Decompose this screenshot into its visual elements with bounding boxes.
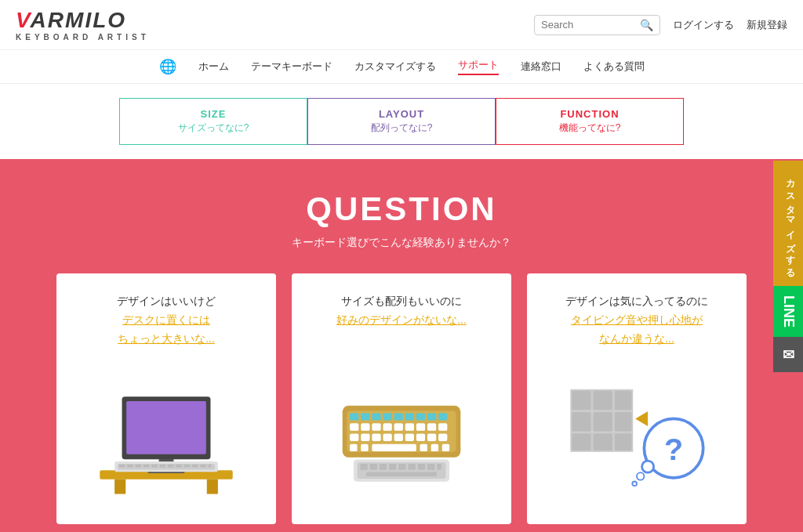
svg-marker-78 xyxy=(635,411,648,426)
svg-rect-37 xyxy=(405,423,414,430)
svg-rect-36 xyxy=(394,423,403,430)
svg-rect-54 xyxy=(431,444,438,451)
svg-rect-48 xyxy=(427,433,436,440)
svg-rect-17 xyxy=(184,465,191,468)
svg-rect-64 xyxy=(418,464,425,470)
filter-tab-function[interactable]: FUNCTION 機能ってなに? xyxy=(496,98,684,145)
svg-rect-70 xyxy=(593,390,612,409)
svg-rect-13 xyxy=(151,465,158,468)
svg-rect-47 xyxy=(416,433,425,440)
svg-rect-10 xyxy=(127,465,133,468)
globe-icon[interactable]: 🌐 xyxy=(159,58,176,75)
svg-point-82 xyxy=(637,472,644,480)
svg-rect-60 xyxy=(380,464,387,470)
nav-item-support[interactable]: サポート xyxy=(458,58,499,75)
svg-rect-2 xyxy=(207,479,218,494)
nav-item-theme[interactable]: テーマキーボード xyxy=(251,60,332,74)
svg-rect-63 xyxy=(408,464,415,470)
svg-rect-40 xyxy=(438,423,447,430)
customize-sidebar-btn[interactable]: カスタマイズする xyxy=(773,160,803,285)
svg-rect-29 xyxy=(416,413,425,420)
svg-rect-38 xyxy=(416,423,425,430)
svg-rect-18 xyxy=(192,465,198,468)
svg-rect-9 xyxy=(119,465,125,468)
logo-brand: VARMILO xyxy=(16,8,150,33)
search-icon: 🔍 xyxy=(640,19,653,31)
question-subtitle: キーボード選びでこんな経験ありませんか？ xyxy=(16,236,787,250)
card-size[interactable]: デザインはいいけど デスクに置くには ちょっと大きいな... xyxy=(56,273,276,524)
layout-tab-title: LAYOUT xyxy=(316,108,487,120)
svg-rect-50 xyxy=(350,444,357,451)
question-section: QUESTION キーボード選びでこんな経験ありませんか？ デザインはいいけど … xyxy=(0,159,803,532)
svg-rect-71 xyxy=(615,390,632,409)
card-design[interactable]: サイズも配列もいいのに 好みのデザインがないな... xyxy=(292,273,511,524)
svg-rect-23 xyxy=(350,413,358,420)
svg-rect-20 xyxy=(209,465,212,468)
card-feel[interactable]: デザインは気に入ってるのに タイピング音や押し心地が なんか違うな... xyxy=(527,273,747,524)
svg-rect-31 xyxy=(438,413,447,420)
svg-rect-49 xyxy=(438,433,447,440)
svg-point-81 xyxy=(642,461,654,472)
cards-row: デザインはいいけど デスクに置くには ちょっと大きいな... xyxy=(16,273,787,524)
svg-rect-45 xyxy=(394,433,403,440)
nav-item-home[interactable]: ホーム xyxy=(198,60,229,74)
svg-rect-1 xyxy=(114,479,125,494)
svg-rect-51 xyxy=(361,444,368,451)
function-tab-sub: 機能ってなに? xyxy=(504,121,675,135)
svg-rect-74 xyxy=(615,412,632,431)
svg-rect-28 xyxy=(405,413,414,420)
logo: VARMILO KEYBOARD ARTIST xyxy=(16,8,150,42)
svg-rect-76 xyxy=(593,433,612,451)
svg-rect-52 xyxy=(372,444,416,451)
card3-text: デザインは気に入ってるのに タイピング音や押し心地が なんか違うな... xyxy=(565,292,708,348)
svg-rect-32 xyxy=(350,423,358,430)
svg-rect-35 xyxy=(383,423,391,430)
svg-rect-65 xyxy=(427,464,434,470)
card2-text: サイズも配列もいいのに 好みのデザインがないな... xyxy=(336,292,467,330)
logo-tagline: KEYBOARD ARTIST xyxy=(16,33,150,42)
svg-rect-69 xyxy=(572,390,590,409)
card1-highlight2: ちょっと大きいな... xyxy=(118,332,215,345)
card2-image xyxy=(307,347,496,508)
search-input[interactable] xyxy=(541,19,635,31)
card2-highlight: 好みのデザインがないな... xyxy=(336,313,467,326)
card3-highlight1: タイピング音や押し心地が xyxy=(571,313,703,326)
register-link[interactable]: 新規登録 xyxy=(747,18,787,32)
svg-rect-77 xyxy=(615,433,632,451)
line-sidebar-btn[interactable]: LINE xyxy=(773,285,803,336)
svg-rect-26 xyxy=(383,413,391,420)
filter-tab-size[interactable]: SIZE サイズってなに? xyxy=(119,98,307,145)
card1-image xyxy=(72,365,260,508)
filter-tab-layout[interactable]: LAYOUT 配列ってなに? xyxy=(307,98,496,145)
svg-rect-12 xyxy=(144,465,150,468)
nav-item-contact[interactable]: 連絡窓口 xyxy=(521,60,561,74)
svg-rect-72 xyxy=(572,412,590,431)
layout-tab-sub: 配列ってなに? xyxy=(316,121,487,135)
svg-rect-53 xyxy=(420,444,427,451)
svg-rect-33 xyxy=(361,423,369,430)
mail-sidebar-btn[interactable]: ✉ xyxy=(773,337,803,372)
search-box[interactable]: 🔍 xyxy=(534,15,660,35)
card3-image: ? xyxy=(543,365,731,508)
main-nav: 🌐 ホーム テーマキーボード カスタマイズする サポート 連絡窓口 よくある質問 xyxy=(0,50,803,84)
svg-rect-46 xyxy=(405,433,414,440)
svg-rect-25 xyxy=(372,413,380,420)
header-right: 🔍 ログインする 新規登録 xyxy=(534,15,787,35)
svg-rect-55 xyxy=(442,444,449,451)
svg-rect-58 xyxy=(360,464,367,470)
svg-text:?: ? xyxy=(664,432,683,466)
svg-rect-34 xyxy=(372,423,380,430)
function-tab-title: FUNCTION xyxy=(504,108,675,120)
svg-point-83 xyxy=(632,481,637,486)
svg-rect-19 xyxy=(200,465,206,468)
svg-rect-16 xyxy=(176,465,182,468)
svg-rect-44 xyxy=(383,433,391,440)
svg-rect-66 xyxy=(437,464,441,470)
nav-item-faq[interactable]: よくある質問 xyxy=(583,60,645,74)
svg-rect-27 xyxy=(394,413,403,420)
svg-rect-75 xyxy=(572,433,590,451)
nav-item-customize[interactable]: カスタマイズする xyxy=(354,60,436,74)
login-link[interactable]: ログインする xyxy=(673,18,734,32)
right-sidebar: カスタマイズする LINE ✉ xyxy=(773,160,803,371)
size-tab-title: SIZE xyxy=(128,108,299,120)
